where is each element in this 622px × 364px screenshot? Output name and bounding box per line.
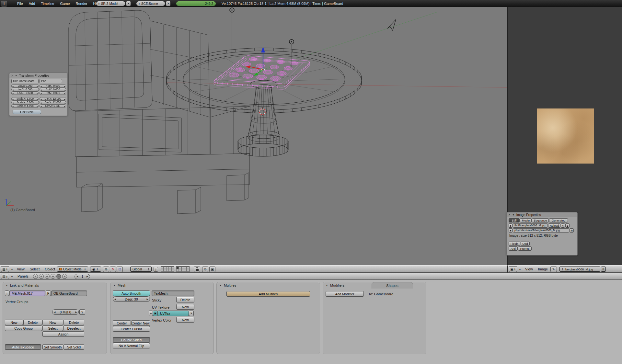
layer-toggle[interactable] xyxy=(164,269,166,272)
layer-toggle[interactable] xyxy=(176,269,179,272)
editing-context-icon[interactable] xyxy=(56,274,61,279)
render-preview-icon[interactable]: ▣ xyxy=(209,267,215,272)
frame-stepper[interactable]: ◀ 1 ▶ xyxy=(75,274,90,279)
layer-toggle[interactable] xyxy=(184,267,187,269)
layer-toggle[interactable] xyxy=(164,267,166,269)
sticky-delete-button[interactable]: Delete xyxy=(176,297,194,302)
mode-selector[interactable]: Object Mode xyxy=(57,267,88,272)
odd-toggle[interactable]: Odd xyxy=(521,242,530,246)
layer-toggle[interactable] xyxy=(187,269,189,272)
autotexspace-toggle[interactable]: AutoTexSpace xyxy=(5,344,41,350)
set-smooth-button[interactable]: Set Smooth xyxy=(42,344,63,350)
object-context-icon[interactable] xyxy=(51,274,55,279)
rotx-field[interactable]: RotX: 0.000 xyxy=(40,84,66,88)
layer-toggle[interactable] xyxy=(169,269,171,272)
menu-view[interactable]: View xyxy=(14,267,27,271)
blender-logo-icon[interactable]: i xyxy=(1,1,7,6)
logic-context-icon[interactable] xyxy=(33,274,38,279)
object-name-field[interactable]: OB:GameBoard xyxy=(51,290,87,296)
degr-field[interactable]: Degr: 30 xyxy=(113,296,150,302)
menu-panels[interactable]: Panels xyxy=(15,274,31,278)
frame-next-icon[interactable]: ▶ xyxy=(85,275,90,278)
screen-close-icon[interactable]: ✕ xyxy=(126,1,131,6)
uv-layer-delete-icon[interactable]: ✕ xyxy=(189,311,194,316)
layer-toggle[interactable] xyxy=(179,269,181,272)
no-vnormal-flip-toggle[interactable]: No V.Normal Flip xyxy=(113,343,150,348)
pack-image-icon[interactable]: ◈ xyxy=(509,228,513,233)
uv-texture-new-button[interactable]: New xyxy=(176,304,194,310)
editor-type-selector[interactable]: ▣ xyxy=(509,266,517,272)
scene-context-icon[interactable] xyxy=(62,274,67,279)
layer-toggle[interactable] xyxy=(181,267,184,269)
unlink-image-icon[interactable]: ✕ xyxy=(561,223,565,228)
add-modifier-button[interactable]: Add Modifier xyxy=(326,291,364,297)
locz-field[interactable]: LocZ: -0.650 xyxy=(11,91,39,95)
dimy-field[interactable]: DimY: 12.000 xyxy=(40,101,66,104)
texmesh-field[interactable]: TexMesh: xyxy=(152,290,194,296)
auto-smooth-toggle[interactable]: Auto Smooth xyxy=(113,290,150,296)
menu-image[interactable]: Image xyxy=(536,267,551,271)
file-browse-icon[interactable]: ▤ xyxy=(570,228,574,233)
material-help-button[interactable]: ? xyxy=(79,309,85,315)
menu-view[interactable]: View xyxy=(523,267,536,271)
header-collapse-icon[interactable]: ▼ xyxy=(519,268,521,271)
layer-toggle[interactable] xyxy=(181,269,184,272)
center-cursor-button[interactable]: Center Cursor xyxy=(113,326,150,332)
center-new-button[interactable]: Center New xyxy=(131,320,150,326)
parent-field[interactable]: Par: xyxy=(40,79,62,83)
set-solid-button[interactable]: Set Solid xyxy=(63,344,84,350)
collapse-icon[interactable]: ▼ xyxy=(6,284,8,287)
reload-button[interactable]: Reload xyxy=(548,223,560,228)
center-button[interactable]: Center xyxy=(113,320,131,326)
fields-toggle[interactable]: Fields xyxy=(509,242,520,246)
add-multires-button[interactable]: Add Multires xyxy=(226,291,310,297)
lock-icon[interactable] xyxy=(194,267,200,272)
locx-field[interactable]: LocX: 0.000 xyxy=(11,84,39,88)
dimx-field[interactable]: DimX: 12.000 xyxy=(40,97,66,101)
manipulator-rotate-icon[interactable]: ↻ xyxy=(110,267,116,272)
vertex-color-new-button[interactable]: New xyxy=(176,317,194,323)
premul-toggle[interactable]: Premul xyxy=(518,246,532,251)
collapse-icon[interactable]: ▼ xyxy=(15,74,17,77)
scene-selector[interactable]: SCE:Scene xyxy=(136,1,165,6)
roty-field[interactable]: RotY: 0.000 xyxy=(40,88,66,91)
editor-type-selector[interactable]: ▤ xyxy=(1,274,9,279)
layer-toggle[interactable] xyxy=(161,269,164,272)
close-icon[interactable]: ✕ xyxy=(508,213,511,216)
image-browse-stepper[interactable] xyxy=(509,223,513,228)
image-users-button[interactable]: 1 xyxy=(565,223,570,228)
script-context-icon[interactable] xyxy=(39,274,44,279)
layer-toggle[interactable] xyxy=(169,267,171,269)
menu-object[interactable]: Object xyxy=(42,267,58,271)
deselect-button[interactable]: Deselect xyxy=(63,325,84,331)
layer-toggle[interactable] xyxy=(187,267,189,269)
manipulator-translate-icon[interactable]: ⊕ xyxy=(103,267,109,272)
tab-shapes[interactable]: Shapes xyxy=(372,282,413,289)
layer-toggle[interactable] xyxy=(171,269,174,272)
scalex-field[interactable]: ScaleX: 5.000 xyxy=(11,97,39,101)
tab-movie[interactable]: Movie xyxy=(520,218,532,222)
frame-slider[interactable]: 249.2 xyxy=(176,1,216,6)
scene-close-icon[interactable]: ✕ xyxy=(166,1,171,6)
image-datablock-selector[interactable]: iberglass0006_M.jpg xyxy=(559,267,600,272)
image-path-field[interactable]: phyro/textures/Fiberglass0006_M.jpg xyxy=(513,228,569,233)
editor-type-selector[interactable]: ▦ xyxy=(1,266,9,272)
copy-group-button[interactable]: Copy Group xyxy=(5,325,42,331)
uv-layer-image-icon[interactable]: ▣ xyxy=(153,311,158,316)
scalez-field[interactable]: ScaleZ: 4.998 xyxy=(11,104,39,108)
rotz-field[interactable]: RotZ: 0.000 xyxy=(40,91,66,95)
menu-file[interactable]: File xyxy=(14,2,26,6)
screen-selector[interactable]: SR:2-Model xyxy=(96,1,125,6)
material-new-button[interactable]: New xyxy=(42,320,63,325)
anti-toggle[interactable]: Anti xyxy=(509,246,518,251)
menu-select[interactable]: Select xyxy=(27,267,42,271)
vgroup-new-button[interactable]: New xyxy=(5,320,23,325)
texture-preview[interactable] xyxy=(537,108,594,164)
menu-render[interactable]: Render xyxy=(73,2,90,6)
tab-still[interactable]: Still xyxy=(509,218,520,222)
collapse-icon[interactable]: ▼ xyxy=(326,284,328,287)
close-icon[interactable]: ✕ xyxy=(11,74,13,77)
layer-toggle[interactable] xyxy=(179,267,181,269)
material-index-field[interactable]: 0 Mat 0 xyxy=(52,309,79,315)
collapse-icon[interactable]: ▼ xyxy=(512,213,515,216)
